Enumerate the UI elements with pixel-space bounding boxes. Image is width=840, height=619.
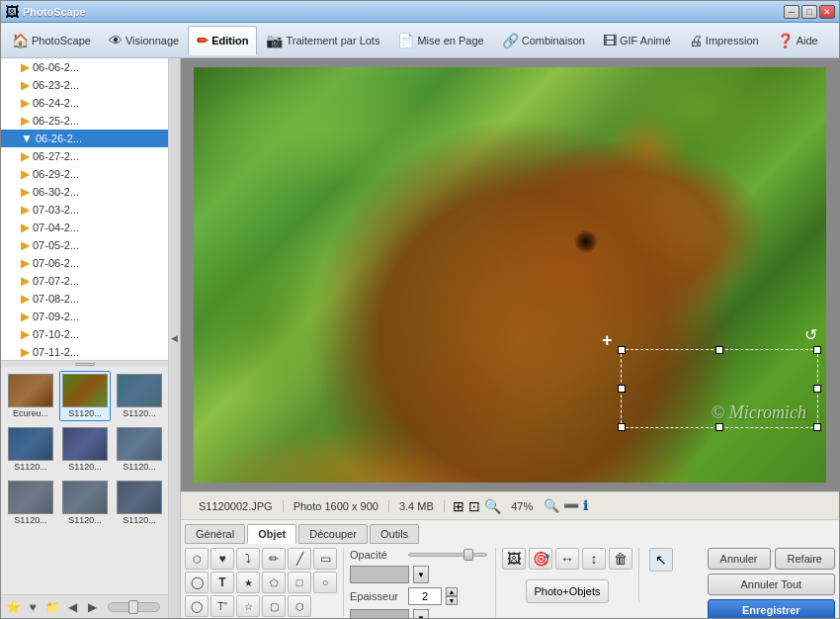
thumb-item-6[interactable]: S1120... xyxy=(5,478,56,528)
tool-hexagon[interactable]: ⬡ xyxy=(288,595,311,617)
tool-rect-outline[interactable]: □ xyxy=(288,572,311,593)
thumb-item-0[interactable]: Ecureu... xyxy=(5,371,56,421)
tool-circle[interactable]: ◯ xyxy=(185,572,209,593)
tool-lasso[interactable]: ⤵ xyxy=(236,548,260,570)
maximize-button[interactable]: □ xyxy=(801,5,817,19)
selection-handle-lm[interactable] xyxy=(618,385,626,393)
tool-line[interactable]: ╱ xyxy=(288,548,311,570)
tree-item-3[interactable]: ▶ 06-25-2... xyxy=(1,112,168,130)
tool-star-outline[interactable]: ☆ xyxy=(236,595,260,617)
color-dropdown-1[interactable]: ▼ xyxy=(413,566,429,583)
tree-item-8[interactable]: ▶ 07-03-2... xyxy=(1,201,168,219)
canvas-area[interactable]: © Micromich + ↺ ✕ xyxy=(181,58,839,491)
tree-item-1[interactable]: ▶ 06-23-2... xyxy=(1,76,168,94)
forward-icon[interactable]: ▶ xyxy=(84,599,100,615)
rotate-handle-icon[interactable]: ↺ xyxy=(804,325,817,344)
selection-handle-tc[interactable] xyxy=(715,346,723,354)
tree-item-16[interactable]: ▶ 07-11-2... xyxy=(1,343,168,361)
close-handle-icon[interactable]: ✕ xyxy=(825,346,826,362)
object-icon-4[interactable]: ↕ xyxy=(582,548,606,570)
selection-handle-bl[interactable] xyxy=(618,423,626,431)
tree-item-10[interactable]: ▶ 07-05-2... xyxy=(1,236,168,254)
zoom-out-icon[interactable]: 🔍 xyxy=(544,498,559,513)
epaisseur-down[interactable]: ▼ xyxy=(446,596,458,605)
tree-item-14[interactable]: ▶ 07-09-2... xyxy=(1,308,168,325)
tree-item-5[interactable]: ▶ 06-27-2... xyxy=(1,147,168,165)
cursor-tool-button[interactable]: ↖ xyxy=(649,548,673,572)
panel-collapse-button[interactable]: ◀ xyxy=(169,58,181,618)
tab-photoscape[interactable]: 🏠 PhotoScape xyxy=(3,26,100,55)
thumbnail-panel[interactable]: Ecureu... S1120... S1120... xyxy=(1,367,168,594)
minimize-button[interactable]: ─ xyxy=(784,5,799,19)
zoom-slider-thumb[interactable] xyxy=(128,600,138,614)
thumb-item-1[interactable]: S1120... xyxy=(59,371,111,421)
tool-text-quote[interactable]: T" xyxy=(210,595,234,617)
tab-edition[interactable]: ✏ Edition xyxy=(188,26,257,55)
zoom-minus-icon[interactable]: ➖ xyxy=(563,498,579,513)
color-swatch-2[interactable] xyxy=(350,609,409,618)
folder-open-icon[interactable]: 📁 xyxy=(44,599,60,615)
tab-mise-en-page[interactable]: 📄 Mise en Page xyxy=(388,26,492,55)
selection-handle-tr[interactable] xyxy=(813,346,821,354)
selection-handle-bc[interactable] xyxy=(715,423,723,431)
slider-thumb[interactable] xyxy=(463,549,473,561)
selection-handle-tl[interactable] xyxy=(618,346,626,354)
tree-item-6[interactable]: ▶ 06-29-2... xyxy=(1,165,168,183)
file-tree[interactable]: ▶ 06-06-2... ▶ 06-23-2... ▶ 06-24-2... ▶… xyxy=(1,58,168,361)
tree-item-11[interactable]: ▶ 07-06-2... xyxy=(1,254,168,272)
tree-item-7[interactable]: ▶ 06-30-2... xyxy=(1,183,168,201)
tab-gif-anime[interactable]: 🎞 GIF Animé xyxy=(594,26,680,55)
tool-star[interactable]: ★ xyxy=(236,572,260,593)
object-icon-1[interactable]: 🖼 xyxy=(502,548,526,570)
tree-item-9[interactable]: ▶ 07-04-2... xyxy=(1,219,168,236)
tree-item-0[interactable]: ▶ 06-06-2... xyxy=(1,58,168,76)
opacity-slider[interactable] xyxy=(408,548,487,562)
tab-objet[interactable]: Objet xyxy=(247,524,296,544)
thumb-item-8[interactable]: S1120... xyxy=(114,478,165,528)
tool-pentagon[interactable]: ⬠ xyxy=(262,572,286,593)
back-icon[interactable]: ◀ xyxy=(64,599,80,615)
tool-rect-rounded[interactable]: ▢ xyxy=(262,595,286,617)
selection-handle-rm[interactable] xyxy=(813,385,821,393)
selection-box[interactable]: + ↺ ✕ xyxy=(621,349,818,428)
tab-traitement-lots[interactable]: 📷 Traitement par Lots xyxy=(257,26,388,55)
tool-text[interactable]: T xyxy=(210,572,234,593)
info-icon[interactable]: ℹ xyxy=(583,498,588,513)
tool-heart[interactable]: ♥ xyxy=(210,548,234,570)
tab-aide[interactable]: ❓ Aide xyxy=(768,26,827,55)
tree-item-4[interactable]: ▼ 06-26-2... xyxy=(1,130,168,147)
tool-rect[interactable]: ▭ xyxy=(313,548,337,570)
zoom-in-icon[interactable]: 🔍 xyxy=(484,498,501,514)
epaisseur-up[interactable]: ▲ xyxy=(446,587,458,596)
tab-impression[interactable]: 🖨 Impression xyxy=(680,26,768,55)
epaisseur-input[interactable] xyxy=(408,587,442,605)
enregistrer-button[interactable]: Enregistrer xyxy=(708,599,835,618)
object-icon-5[interactable]: 🗑 xyxy=(609,548,632,570)
tree-item-12[interactable]: ▶ 07-07-2... xyxy=(1,272,168,290)
tool-ellipse[interactable]: ◯ xyxy=(185,595,209,617)
photo-objects-button[interactable]: Photo+Objets xyxy=(526,579,610,603)
zoom-fit-icon[interactable]: ⊞ xyxy=(453,498,464,514)
tree-item-2[interactable]: ▶ 06-24-2... xyxy=(1,94,168,112)
thumb-item-3[interactable]: S1120... xyxy=(5,424,56,475)
thumb-item-2[interactable]: S1120... xyxy=(114,371,165,421)
annuler-tout-button[interactable]: Annuler Tout xyxy=(708,574,835,595)
tab-visionnage[interactable]: 👁 Visionnage xyxy=(100,26,188,55)
heart-icon[interactable]: ♥ xyxy=(25,599,41,615)
close-button[interactable]: ✕ xyxy=(819,5,835,19)
object-icon-3[interactable]: ↔ xyxy=(555,548,579,570)
color-dropdown-2[interactable]: ▼ xyxy=(413,609,429,618)
tree-item-13[interactable]: ▶ 07-08-2... xyxy=(1,290,168,308)
selection-handle-br[interactable] xyxy=(813,423,821,431)
thumb-item-7[interactable]: S1120... xyxy=(59,478,111,528)
tab-outils[interactable]: Outils xyxy=(370,524,419,544)
thumb-item-5[interactable]: S1120... xyxy=(114,424,165,475)
thumb-item-4[interactable]: S1120... xyxy=(59,424,111,475)
star-icon[interactable]: ⭐ xyxy=(5,599,21,615)
color-swatch-1[interactable] xyxy=(350,566,409,583)
tab-general[interactable]: Général xyxy=(185,524,245,544)
tool-select-shape[interactable]: ⬡ xyxy=(185,548,209,570)
tab-decouper[interactable]: Découper xyxy=(298,524,368,544)
object-icon-2[interactable]: 🎯 xyxy=(529,548,552,570)
refaire-button[interactable]: Refaire xyxy=(775,548,835,570)
